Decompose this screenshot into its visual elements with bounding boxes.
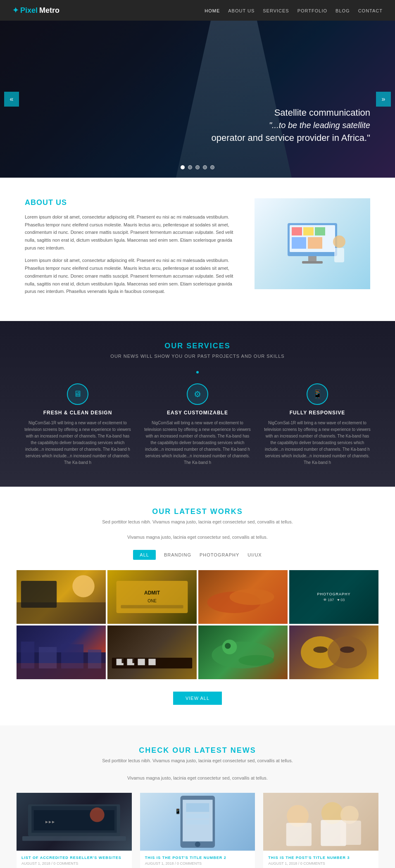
portfolio-item-chameleon[interactable] <box>198 625 288 679</box>
filter-photography[interactable]: PHOTOGRAPHY <box>200 552 239 557</box>
about-image <box>255 198 370 289</box>
svg-text:ONE: ONE <box>148 599 157 603</box>
hero-slider: « » Satellite communication "...to be th… <box>0 21 395 178</box>
works-title: OUR LATEST WORKS <box>17 507 378 516</box>
hero-dot-3[interactable] <box>195 165 200 169</box>
svg-text:▶ ▶ ▶: ▶ ▶ ▶ <box>45 820 55 824</box>
service-text-2: NigComSat will bring a new wave of excit… <box>144 420 251 466</box>
svg-rect-33 <box>132 659 137 663</box>
news-section: CHECK OUR LATEST NEWS Sed porttitor lect… <box>0 725 395 868</box>
about-text: ABOUT US Lorem ipsum dolor sit amet, con… <box>25 198 238 300</box>
hero-headline2: "...to be the leading satellite <box>212 119 370 132</box>
meeting-illustration <box>263 793 378 851</box>
portfolio-item-living[interactable] <box>17 570 106 624</box>
filter-all[interactable]: ALL <box>133 550 156 560</box>
hero-dot-5[interactable] <box>210 165 214 169</box>
svg-point-36 <box>225 643 231 649</box>
logo[interactable]: ✦ Pixel Metro <box>12 6 59 15</box>
svg-rect-3 <box>303 227 314 235</box>
nav-portfolio[interactable]: PORTFOLIO <box>297 8 327 13</box>
portfolio-item-photo[interactable]: PHOTOGRAPHY 👁 197 ♥ 03 <box>289 570 378 624</box>
nav-blog[interactable]: BLOG <box>336 8 350 13</box>
service-item-2: ⚙ EASY CUSTOMIZABLE NigComSat will bring… <box>144 383 251 466</box>
service-title-1: FRESH & CLEAN DESIGN <box>24 410 131 416</box>
svg-rect-6 <box>308 237 322 249</box>
hero-headline1: Satellite communication <box>212 107 370 119</box>
news-tag-1: LIST OF ACCREDITED RESELLER'S WEBSITES <box>21 856 127 860</box>
chameleon-illustration <box>198 625 288 679</box>
about-illustration <box>275 215 350 273</box>
filter-uiux[interactable]: UI/UX <box>247 552 262 557</box>
svg-rect-44 <box>22 836 126 841</box>
portfolio-item-hands[interactable] <box>198 570 288 624</box>
news-title: CHECK OUR LATEST NEWS <box>17 746 378 755</box>
service-text-1: NigComSat-1R will bring a new wave of ex… <box>24 420 131 466</box>
portfolio-bg-chameleon <box>198 625 288 679</box>
svg-rect-26 <box>17 663 106 679</box>
photo-likes: ♥ 03 <box>337 598 345 602</box>
news-card-1: ▶ ▶ ▶ LIST OF ACCREDITED RESELLER'S WEBS… <box>17 793 132 868</box>
svg-rect-30 <box>138 659 145 665</box>
svg-rect-5 <box>292 237 306 249</box>
news-date-2: AUGUST 1, 2018 / 0 COMMENTS <box>145 861 250 866</box>
svg-rect-8 <box>302 261 323 264</box>
svg-rect-51 <box>186 803 209 812</box>
svg-rect-4 <box>315 227 325 235</box>
svg-rect-57 <box>286 823 312 846</box>
news-content-2: THIS IS THE POST'S TITLE NUMBER 2 AUGUST… <box>140 851 255 868</box>
svg-rect-7 <box>308 256 316 261</box>
hero-dot-4[interactable] <box>203 165 207 169</box>
about-image-visual <box>255 198 370 289</box>
services-title: OUR SERVICES <box>17 342 378 350</box>
news-tag-2: THIS IS THE POST'S TITLE NUMBER 2 <box>145 856 250 860</box>
view-all-button[interactable]: VIEW ALL <box>173 692 222 705</box>
svg-rect-31 <box>148 659 155 665</box>
hero-dots <box>181 165 214 169</box>
hero-next-button[interactable]: » <box>376 92 391 107</box>
living-room-illustration <box>17 570 106 624</box>
news-content-1: LIST OF ACCREDITED RESELLER'S WEBSITES A… <box>17 851 132 868</box>
nav-contact[interactable]: CONTACT <box>358 8 383 13</box>
logo-icon: ✦ <box>12 6 19 15</box>
service-item-3: 📱 FULLY RESPONSIVE NigComSat-1R will bri… <box>264 383 371 466</box>
news-img-laptop: ▶ ▶ ▶ <box>17 793 132 851</box>
service-icon-custom: ⚙ <box>187 383 208 405</box>
service-text-3: NigComSat-1R will bring a new wave of ex… <box>264 420 371 466</box>
nav-services[interactable]: SERVICES <box>263 8 289 13</box>
services-section: OUR SERVICES OUR NEWS WILL SHOW YOU OUR … <box>0 321 395 487</box>
services-subtitle: OUR NEWS WILL SHOW YOU OUR PAST PROJECTS… <box>17 354 378 359</box>
works-subtitle2: Vivamus magna justo, lacinia eget consec… <box>17 535 378 540</box>
news-date-1: AUGUST 1, 2018 / 0 COMMENTS <box>21 861 127 866</box>
news-img-1: ▶ ▶ ▶ <box>17 793 132 851</box>
news-date-3: AUGUST 1, 2018 / 0 COMMENTS <box>268 861 374 866</box>
service-icon-design: 🖥 <box>67 383 88 405</box>
hero-dot-1[interactable] <box>181 165 185 169</box>
portfolio-item-mask[interactable] <box>289 625 378 679</box>
hero-prev-button[interactable]: « <box>4 92 19 107</box>
portfolio-item-city[interactable] <box>17 625 106 679</box>
svg-rect-17 <box>121 605 183 608</box>
svg-rect-10 <box>334 248 344 262</box>
svg-rect-53 <box>186 820 209 825</box>
portfolio-photo-overlay: PHOTOGRAPHY 👁 197 ♥ 03 <box>289 570 378 624</box>
svg-text:📱: 📱 <box>174 808 181 814</box>
hero-dot-2[interactable] <box>188 165 192 169</box>
svg-rect-12 <box>21 581 57 608</box>
filter-branding[interactable]: BRANDING <box>164 552 191 557</box>
svg-point-13 <box>72 575 94 597</box>
admit-illustration: ADMIT ONE <box>107 570 197 624</box>
portfolio-item-admit[interactable]: ADMIT ONE <box>107 570 197 624</box>
hero-headline3: operator and service provider in Africa.… <box>212 132 370 145</box>
service-title-3: FULLY RESPONSIVE <box>264 410 371 416</box>
portfolio-item-piano[interactable] <box>107 625 197 679</box>
nav-about[interactable]: ABOUT US <box>228 8 255 13</box>
hero-text: Satellite communication "...to be the le… <box>212 107 370 145</box>
nav-home[interactable]: HOME <box>205 8 220 13</box>
portfolio-grid: ADMIT ONE PHOTOGRAPHY <box>17 570 378 679</box>
portfolio-bg-admit: ADMIT ONE <box>107 570 197 624</box>
about-section: ABOUT US Lorem ipsum dolor sit amet, con… <box>0 178 395 321</box>
mask-illustration <box>289 625 378 679</box>
news-subtitle1: Sed porttitor lectus nibh. Vivamus magna… <box>17 758 378 763</box>
news-card-3: THIS IS THE POST'S TITLE NUMBER 3 AUGUST… <box>263 793 378 868</box>
mobile-illustration: 📱 <box>140 793 255 851</box>
